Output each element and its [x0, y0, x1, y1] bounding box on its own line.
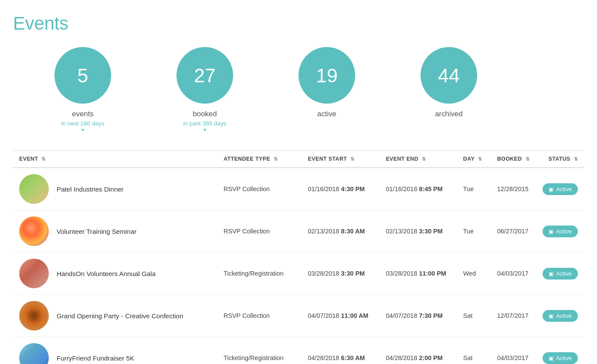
table-row[interactable]: Grand Opening Party - Creative Confectio… [13, 295, 584, 337]
col-header-booked[interactable]: BOOKED ⇅ [491, 151, 537, 168]
table-row[interactable]: FurryFriend Fundraiser 5K Ticketing/Regi… [13, 337, 584, 364]
col-header-attendee[interactable]: ATTENDEE TYPE ⇅ [217, 151, 302, 168]
sort-icon-day: ⇅ [478, 156, 482, 162]
cell-status-4: ▣ Active [536, 337, 584, 364]
status-badge-3[interactable]: ▣ Active [543, 310, 578, 322]
cell-end-2: 03/28/2018 11:00 PM [380, 253, 457, 295]
status-badge-1[interactable]: ▣ Active [543, 226, 578, 237]
cell-end-1: 02/13/2018 3:30 PM [380, 210, 457, 253]
col-label-day: DAY [463, 156, 475, 162]
cell-attendee-4: Ticketing/Registration [217, 337, 302, 364]
stat-number-0: 5 [54, 64, 111, 87]
cell-attendee-0: RSVP Collection [217, 168, 302, 210]
page-title: Events [13, 13, 584, 34]
cell-event-3: Grand Opening Party - Creative Confectio… [13, 295, 217, 337]
col-header-start[interactable]: EVENT START ⇅ [302, 151, 380, 168]
event-name-0: Patel Industries Dinner [57, 185, 124, 193]
cell-end-0: 01/16/2018 8:45 PM [380, 168, 457, 210]
col-label-booked: BOOKED [497, 156, 522, 162]
cell-status-1: ▣ Active [536, 210, 584, 253]
active-icon-1: ▣ [549, 228, 553, 235]
cell-attendee-2: Ticketing/Registration [217, 253, 302, 295]
status-label-3: Active [556, 313, 572, 319]
col-label-start: EVENT START [308, 156, 347, 162]
stat-active: 19 active [266, 47, 388, 133]
status-label-4: Active [556, 355, 572, 361]
sort-icon-attendee: ⇅ [274, 156, 278, 162]
status-badge-2[interactable]: ▣ Active [543, 268, 578, 280]
stat-events: 5 events in next 180 days [22, 47, 144, 133]
sort-icon-start: ⇅ [350, 156, 354, 162]
table-row[interactable]: Patel Industries Dinner RSVP Collection … [13, 168, 584, 210]
cell-attendee-3: RSVP Collection [217, 295, 302, 337]
status-badge-0[interactable]: ▣ Active [543, 183, 578, 195]
active-icon-2: ▣ [549, 270, 553, 277]
cell-start-4: 04/28/2018 6:30 AM [302, 337, 380, 364]
col-header-end[interactable]: EVENT END ⇅ [380, 151, 457, 168]
cell-attendee-1: RSVP Collection [217, 210, 302, 253]
cell-end-3: 04/07/2018 7:30 PM [380, 295, 457, 337]
stat-number-1: 27 [176, 64, 233, 87]
stat-archived: 44 archived [388, 47, 510, 133]
sort-icon-status: ⇅ [574, 156, 578, 162]
col-header-status[interactable]: STATUS ⇅ [536, 151, 584, 168]
cell-day-0: Tue [457, 168, 491, 210]
stat-number-3: 44 [421, 64, 477, 87]
stat-sublabel-1[interactable]: in past 365 days [144, 120, 266, 133]
cell-day-1: Tue [457, 210, 491, 253]
cell-event-1: Volunteer Training Seminar [13, 210, 217, 253]
event-thumbnail-0 [19, 174, 49, 204]
cell-booked-2: 04/03/2017 [491, 253, 537, 295]
cell-start-1: 02/13/2018 8:30 AM [302, 210, 380, 253]
status-label-2: Active [556, 270, 572, 277]
cell-start-3: 04/07/2018 11:00 AM [302, 295, 380, 337]
col-header-event[interactable]: EVENT ⇅ [13, 151, 217, 168]
cell-event-0: Patel Industries Dinner [13, 168, 217, 210]
table-row[interactable]: HandsOn Volunteers Annual Gala Ticketing… [13, 253, 584, 295]
event-name-4: FurryFriend Fundraiser 5K [57, 354, 134, 362]
active-icon-4: ▣ [549, 355, 553, 361]
stats-row: 5 events in next 180 days 27 booked in p… [13, 47, 584, 133]
event-name-2: HandsOn Volunteers Annual Gala [57, 270, 156, 277]
stat-label-2: active [266, 110, 388, 118]
active-icon-3: ▣ [549, 313, 553, 319]
col-header-day[interactable]: DAY ⇅ [457, 151, 491, 168]
stat-label-1: booked [144, 110, 266, 118]
sort-icon-event: ⇅ [41, 156, 45, 162]
stat-label-0: events [22, 110, 144, 118]
cell-booked-4: 04/03/2017 [491, 337, 537, 364]
stat-sublabel-0[interactable]: in next 180 days [22, 120, 144, 133]
cell-day-4: Sat [457, 337, 491, 364]
cell-day-2: Wed [457, 253, 491, 295]
status-badge-4[interactable]: ▣ Active [543, 352, 578, 364]
status-label-0: Active [556, 186, 572, 192]
event-thumbnail-3 [19, 301, 49, 330]
cell-status-0: ▣ Active [536, 168, 584, 210]
events-table: EVENT ⇅ ATTENDEE TYPE ⇅ EVENT START ⇅ EV… [13, 150, 584, 364]
col-label-status: STATUS [549, 156, 570, 162]
table-row[interactable]: Volunteer Training Seminar RSVP Collecti… [13, 210, 584, 253]
sort-icon-end: ⇅ [422, 156, 426, 162]
cell-status-2: ▣ Active [536, 253, 584, 295]
cell-start-2: 03/28/2018 3:30 PM [302, 253, 380, 295]
active-icon-0: ▣ [549, 186, 553, 192]
cell-event-4: FurryFriend Fundraiser 5K [13, 337, 217, 364]
status-label-1: Active [556, 228, 572, 235]
event-name-1: Volunteer Training Seminar [57, 228, 136, 235]
col-label-event: EVENT [19, 156, 38, 162]
sort-icon-booked: ⇅ [526, 156, 529, 162]
event-thumbnail-2 [19, 259, 49, 288]
cell-event-2: HandsOn Volunteers Annual Gala [13, 253, 217, 295]
cell-booked-1: 06/27/2017 [491, 210, 537, 253]
stat-number-2: 19 [298, 64, 355, 87]
cell-booked-3: 12/07/2017 [491, 295, 537, 337]
cell-status-3: ▣ Active [536, 295, 584, 337]
cell-booked-0: 12/28/2015 [491, 168, 537, 210]
event-thumbnail-1 [19, 216, 49, 246]
col-label-end: EVENT END [386, 156, 418, 162]
cell-day-3: Sat [457, 295, 491, 337]
cell-end-4: 04/28/2018 2:00 PM [380, 337, 457, 364]
event-name-3: Grand Opening Party - Creative Confectio… [57, 312, 183, 320]
event-thumbnail-4 [19, 343, 49, 364]
cell-start-0: 01/16/2018 4:30 PM [302, 168, 380, 210]
